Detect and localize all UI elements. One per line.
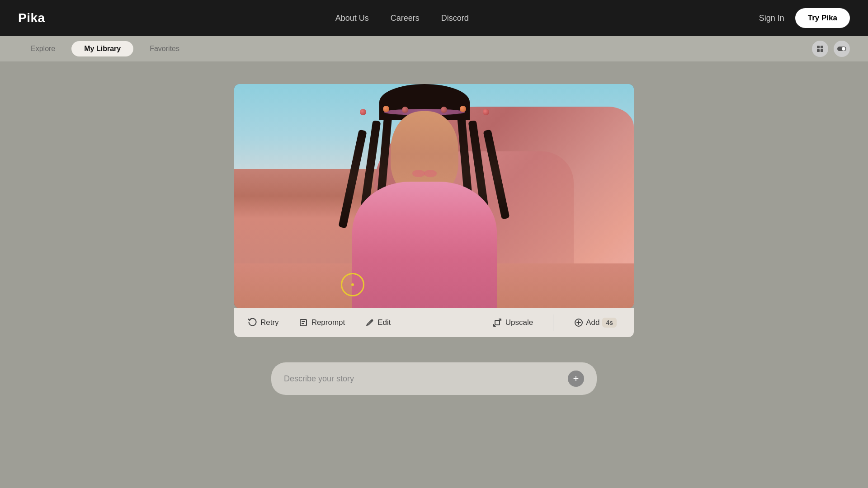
sign-in-button[interactable]: Sign In bbox=[759, 14, 784, 23]
action-bar: Retry Reprompt Edit bbox=[234, 308, 634, 337]
action-group-left: Retry Reprompt Edit bbox=[238, 314, 401, 332]
retry-icon bbox=[248, 318, 257, 327]
duration-badge: 4s bbox=[602, 318, 617, 328]
navbar: Pika About Us Careers Discord Sign In Tr… bbox=[0, 0, 868, 36]
nav-about-us[interactable]: About Us bbox=[335, 14, 369, 23]
bead-3 bbox=[383, 106, 389, 112]
story-input-container: + bbox=[271, 362, 597, 395]
svg-rect-6 bbox=[300, 319, 307, 326]
cheek-right bbox=[424, 170, 437, 177]
svg-point-5 bbox=[842, 47, 845, 51]
retry-button[interactable]: Retry bbox=[238, 314, 289, 332]
media-image bbox=[234, 84, 634, 308]
nav-discord[interactable]: Discord bbox=[441, 14, 469, 23]
upscale-icon bbox=[493, 318, 502, 327]
edit-icon bbox=[365, 318, 374, 327]
tab-explore[interactable]: Explore bbox=[18, 41, 68, 56]
logo: Pika bbox=[18, 11, 45, 25]
reprompt-label: Reprompt bbox=[311, 318, 345, 327]
nav-right: Sign In Try Pika bbox=[759, 8, 850, 28]
action-group-right: Upscale Add 4s bbox=[475, 313, 630, 332]
svg-rect-3 bbox=[821, 49, 823, 52]
bead-1 bbox=[360, 109, 366, 115]
retry-label: Retry bbox=[260, 318, 279, 327]
svg-rect-2 bbox=[817, 49, 820, 52]
add-button[interactable]: Add 4s bbox=[561, 313, 630, 332]
svg-rect-1 bbox=[821, 46, 823, 48]
media-card[interactable] bbox=[234, 84, 634, 308]
try-pika-button[interactable]: Try Pika bbox=[795, 8, 850, 28]
divider-1 bbox=[403, 314, 403, 331]
divider-2 bbox=[553, 314, 553, 331]
nav-careers[interactable]: Careers bbox=[391, 14, 420, 23]
tabs-right bbox=[812, 41, 850, 57]
upscale-button[interactable]: Upscale bbox=[475, 314, 551, 332]
add-label: Add bbox=[586, 318, 599, 327]
svg-rect-10 bbox=[495, 320, 500, 325]
figure bbox=[330, 84, 519, 308]
add-icon bbox=[574, 318, 583, 327]
nav-links: About Us Careers Discord bbox=[335, 14, 469, 23]
svg-line-9 bbox=[371, 320, 372, 321]
cheek-left bbox=[412, 170, 425, 177]
svg-rect-0 bbox=[817, 46, 820, 48]
edit-button[interactable]: Edit bbox=[355, 314, 401, 332]
kimono-body bbox=[352, 182, 497, 308]
toggle-button[interactable] bbox=[834, 41, 850, 57]
tab-my-library[interactable]: My Library bbox=[71, 41, 133, 56]
bead-5 bbox=[402, 107, 408, 113]
grid-view-button[interactable] bbox=[812, 41, 828, 57]
tabs-bar: Explore My Library Favorites bbox=[0, 36, 868, 61]
story-add-button[interactable]: + bbox=[568, 371, 584, 387]
main-content: Retry Reprompt Edit bbox=[0, 61, 868, 488]
story-input[interactable] bbox=[284, 374, 568, 384]
upscale-label: Upscale bbox=[505, 318, 533, 327]
tab-favorites[interactable]: Favorites bbox=[137, 41, 192, 56]
edit-label: Edit bbox=[377, 318, 391, 327]
bead-2 bbox=[483, 109, 489, 115]
reprompt-icon bbox=[299, 318, 308, 327]
reprompt-button[interactable]: Reprompt bbox=[289, 314, 355, 332]
